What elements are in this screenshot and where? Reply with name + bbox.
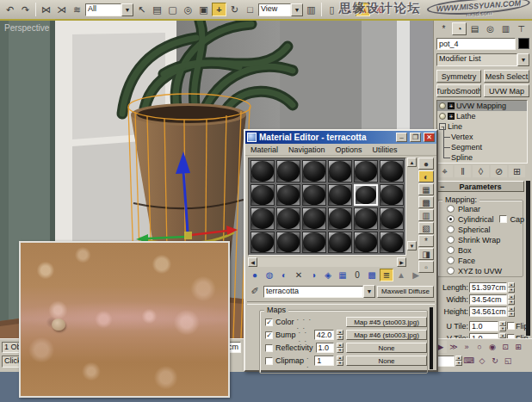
motion-tab[interactable]: ◎ [483,22,498,35]
spinner[interactable]: ▲▼ [508,306,515,317]
modify-tab[interactable]: ◔ [452,22,467,35]
radio-icon-selected[interactable] [447,215,455,223]
mapping-option-xyz-to-uvw[interactable]: XYZ to UVW [447,266,523,275]
reset-map-icon[interactable]: ✕ [292,269,306,281]
window-crossing-icon[interactable]: ▣ [196,3,211,16]
material-slot[interactable] [328,232,352,254]
stack-item-line[interactable]: − Line [437,121,527,132]
spinner[interactable]: ▲▼ [508,282,515,293]
next-frame-icon[interactable]: ≫ [448,341,460,353]
selection-filter-dropdown[interactable]: All ▼ [85,3,133,16]
display-tab[interactable]: ▥ [498,22,513,35]
object-color-swatch[interactable] [518,38,529,49]
material-slot[interactable] [302,160,326,182]
mapping-option-shrink-wrap[interactable]: Shrink Wrap [447,235,523,244]
radio-icon[interactable] [447,205,455,213]
bump-checkbox-checked[interactable]: ✓ [265,331,273,339]
create-tab[interactable]: * [436,22,451,35]
utilities-tab[interactable]: ⊤ [514,22,529,35]
select-and-link-icon[interactable]: ⋈ [39,3,53,16]
mesh-select-button[interactable]: Mesh Select [484,70,529,83]
radio-icon[interactable] [447,257,455,264]
select-object-icon[interactable]: ↖ [134,3,149,16]
select-by-material-icon[interactable]: ◨ [418,248,434,260]
background-checker-icon[interactable]: ▦ [418,183,434,195]
video-color-check-icon[interactable]: ▥ [418,209,434,221]
go-to-parent-icon[interactable]: ▲ [394,269,408,281]
material-id-channel-icon[interactable]: 0 [350,269,364,281]
stack-item-segment[interactable]: Segment [437,142,527,152]
expand-icon[interactable]: + [448,113,455,120]
bind-to-spacewarp-icon[interactable]: ≋ [70,3,84,16]
curve-editor-icon[interactable]: ∿ [340,3,355,16]
scroll-left-icon[interactable]: ◀ [248,257,257,267]
show-map-in-viewport-icon[interactable]: ▩ [365,269,379,281]
scroll-down-icon[interactable]: ▼ [407,241,417,250]
panel-scrollbar[interactable] [526,181,530,336]
spinner[interactable]: ▲▼ [499,321,506,331]
zoom-extents-icon[interactable]: ⊡ [499,341,511,353]
symmetry-button[interactable]: Symmetry [436,70,481,83]
material-slot[interactable] [328,184,352,207]
stack-item-spline[interactable]: Spline [437,152,527,163]
pin-stack-icon[interactable]: ⌖ [436,165,453,177]
reference-coordinate-dropdown[interactable]: View ▼ [258,3,303,16]
rollout-scrollbar[interactable] [430,307,433,369]
material-slot[interactable] [302,207,326,230]
spinner[interactable]: ▲▼ [508,294,515,305]
height-field[interactable]: 34.561cm [469,306,507,317]
color-checkbox-checked[interactable]: ✓ [265,319,273,326]
redo-icon[interactable]: ↷ [18,3,33,16]
stack-item-uvw-mapping[interactable]: + UVW Mapping [437,101,527,111]
close-button[interactable]: ✕ [424,133,435,142]
reflectivity-map-button[interactable]: None [346,343,427,353]
backlight-icon[interactable]: ◐ [418,170,434,182]
zoom-icon[interactable]: ○ [473,341,486,353]
turbosmooth-button[interactable]: TurboSmooth [436,84,481,97]
chevron-down-icon[interactable]: ▼ [363,285,375,298]
modifier-list-dropdown[interactable]: Modifier List ▼ [436,53,529,66]
percent-snap-icon[interactable]: % [371,3,386,16]
select-and-scale-icon[interactable]: □ [243,3,257,16]
slot-vertical-scrollbar[interactable]: ▲ ▼ [407,158,417,250]
stack-item-lathe[interactable]: + Lathe [437,111,527,121]
bump-amount-field[interactable]: 42.0 [314,330,334,340]
material-slot[interactable] [328,160,352,182]
material-slot-active[interactable] [354,184,378,207]
reflectivity-checkbox[interactable] [265,344,273,352]
clipmap-checkbox[interactable] [265,357,273,365]
mapping-option-planar[interactable]: Planar [447,204,523,213]
undo-icon[interactable]: ↶ [3,3,17,16]
material-slot[interactable] [276,184,300,207]
mapping-option-box[interactable]: Box [447,245,523,255]
min-max-toggle-icon[interactable]: ◱ [502,355,514,367]
angle-snap-icon[interactable]: ∆ [356,3,370,16]
expand-icon[interactable]: + [448,102,455,109]
menu-utilities[interactable]: Utilities [368,145,403,154]
arc-rotate-icon[interactable]: ↻ [489,355,501,367]
use-center-icon[interactable]: ▥ [304,3,319,16]
selection-filter-icon[interactable]: ◎ [181,3,195,16]
viewport-label[interactable]: Perspective [4,23,49,33]
put-to-library-icon[interactable]: ▦ [336,269,350,281]
spinner[interactable]: ▲▼ [337,343,343,353]
minimize-button[interactable]: – [396,133,407,142]
material-slot[interactable] [276,232,300,254]
spinner[interactable]: ▲▼ [337,356,343,366]
zoom-all-icon[interactable]: ◉ [486,341,498,353]
material-slot[interactable] [276,160,300,182]
pan-view-icon[interactable]: ◇ [476,355,488,367]
material-slot[interactable] [302,184,326,207]
put-material-icon[interactable]: ◍ [263,269,276,281]
zoom-extents-all-icon[interactable]: ⊞ [512,341,524,353]
menu-navigation[interactable]: Navigation [283,145,331,154]
rectangular-selection-icon[interactable]: ▢ [165,3,180,16]
assign-material-icon[interactable]: ◐ [277,269,291,281]
go-to-end-icon[interactable]: » [461,341,473,353]
keyboard-shortcut-override-icon[interactable]: ⌨ [463,355,475,367]
cap-checkbox[interactable] [499,215,507,223]
chevron-down-icon[interactable]: ▼ [121,3,133,16]
bump-map-button[interactable]: Map #46 (sto003.jpg) [346,330,427,340]
sample-type-sphere-icon[interactable]: ● [418,158,434,170]
chevron-down-icon[interactable]: ▼ [291,3,303,16]
